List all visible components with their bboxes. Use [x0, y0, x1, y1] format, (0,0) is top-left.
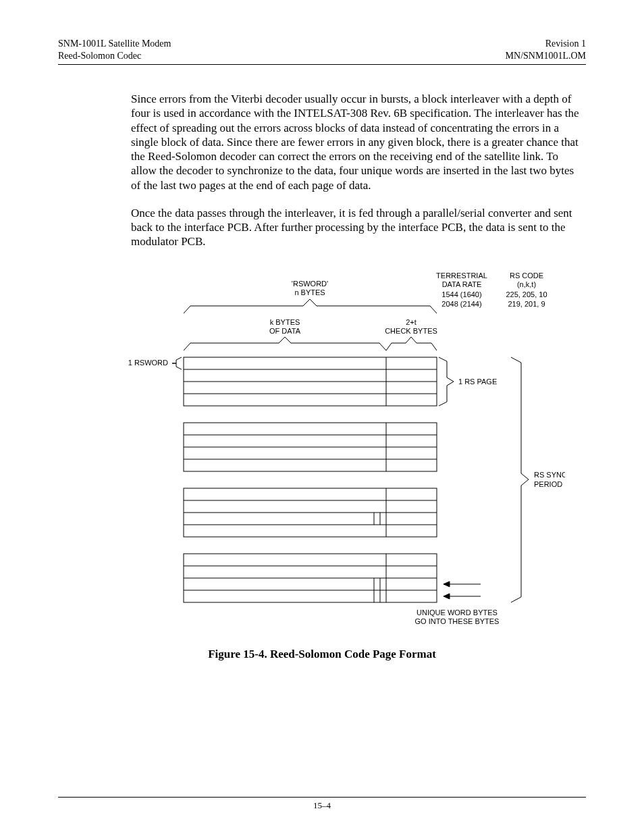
rs-page-format-diagram: TERRESTRIAL DATA RATE 1544 (1640) 2048 (… — [79, 263, 565, 627]
label-1-rs-page: 1 RS PAGE — [458, 377, 497, 386]
label-rscode-row2: 219, 201, 9 — [508, 300, 545, 308]
rs-page-block-4 — [184, 554, 437, 602]
header-top-right: Revision 1 — [506, 38, 586, 50]
header-top-left: SNM-1001L Satellite Modem — [58, 38, 171, 50]
page-header: SNM-1001L Satellite Modem Reed-Solomon C… — [58, 38, 586, 61]
svg-marker-27 — [444, 581, 450, 587]
rs-page-block-1 — [184, 357, 437, 406]
label-terrestrial-2: DATA RATE — [442, 280, 482, 288]
brace-checkbytes — [386, 337, 437, 350]
page-number: 15–4 — [0, 800, 644, 811]
label-rsword-top2: n BYTES — [294, 288, 325, 296]
label-rscode-2: (n,k,t) — [517, 280, 536, 288]
figure-caption: Figure 15-4. Reed-Solomon Code Page Form… — [58, 648, 586, 661]
label-kbytes1: k BYTES — [270, 318, 300, 326]
header-bottom-right: MN/SNM1001L.OM — [506, 50, 586, 62]
unique-word-arrows — [444, 581, 481, 599]
label-kbytes2: OF DATA — [269, 327, 301, 335]
rs-page-block-3 — [184, 488, 437, 537]
header-rule — [58, 64, 586, 65]
label-unique2: GO INTO THESE BYTES — [415, 617, 500, 625]
label-rsword-top1: 'RSWORD' — [292, 280, 328, 288]
figure-area: TERRESTRIAL DATA RATE 1544 (1640) 2048 (… — [58, 263, 586, 661]
label-rs-synch1: RS SYNCH — [534, 471, 565, 479]
label-terr-row1: 1544 (1640) — [441, 290, 481, 298]
rs-page-block-2 — [184, 423, 437, 471]
brace-1-rs-page — [439, 357, 454, 406]
label-check2: CHECK BYTES — [385, 327, 437, 335]
label-terr-row2: 2048 (2144) — [441, 300, 481, 308]
header-bottom-left: Reed-Solomon Codec — [58, 50, 171, 62]
body-text: Since errors from the Viterbi decoder us… — [131, 92, 586, 249]
label-1-rsword: 1 RSWORD — [128, 359, 168, 367]
svg-marker-29 — [444, 594, 450, 599]
footer-rule — [58, 797, 586, 798]
brace-top-rsword — [184, 299, 437, 313]
label-rscode-row1: 225, 205, 10 — [506, 290, 547, 298]
label-unique1: UNIQUE WORD BYTES — [417, 608, 498, 617]
paragraph-2: Once the data passes through the interle… — [131, 206, 586, 249]
paragraph-1: Since errors from the Viterbi decoder us… — [131, 92, 586, 192]
brace-kbytes — [184, 337, 386, 350]
label-rs-synch2: PERIOD — [534, 480, 562, 488]
brace-rs-synch-period — [511, 357, 529, 602]
label-rscode-1: RS CODE — [510, 271, 543, 280]
label-terrestrial-1: TERRESTRIAL — [436, 271, 487, 280]
label-check1: 2+t — [406, 318, 417, 326]
brace-1-rsword — [172, 357, 182, 369]
